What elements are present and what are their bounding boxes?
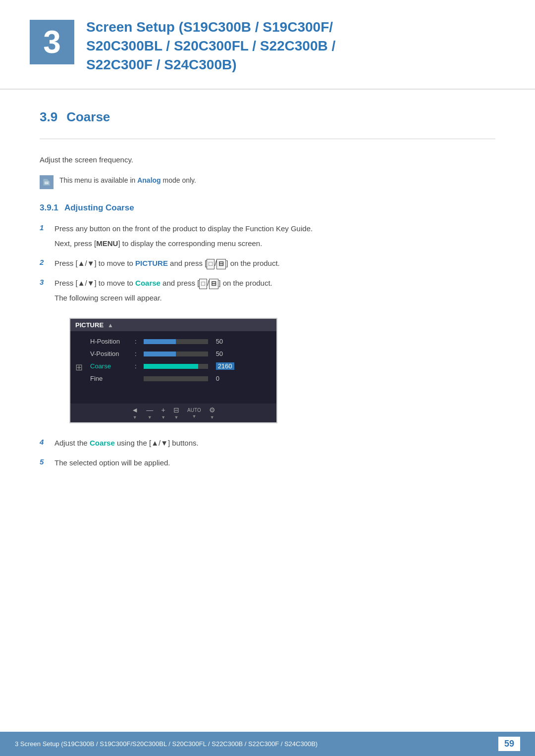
chapter-number: 3 xyxy=(30,20,74,64)
menu-row-coarse: Coarse : 2160 xyxy=(90,360,276,372)
step-content-4: Adjust the Coarse using the [▲/▼] button… xyxy=(54,437,495,449)
section-heading: 3.9 Coarse xyxy=(40,109,495,125)
screen-menu-wrapper: ⊞ H-Position : 50 V-Position : xyxy=(70,331,276,403)
step-1-subtext: Next, press [MENU] to display the corres… xyxy=(54,238,495,250)
footer-text: 3 Screen Setup (S19C300B / S19C300F/S20C… xyxy=(15,740,318,748)
screen-picture-label: PICTURE xyxy=(75,321,104,329)
footer-page-number: 59 xyxy=(498,737,520,751)
menu-bar-h-position xyxy=(144,339,208,344)
menu-row-h-position: H-Position : 50 xyxy=(90,335,276,348)
subsection-heading: 3.9.1 Adjusting Coarse xyxy=(40,203,495,213)
menu-label-v-position: V-Position xyxy=(90,350,130,357)
note-box: This menu is available in Analog mode on… xyxy=(40,175,495,189)
step-3: 3 Press [▲/▼] to move to Coarse and pres… xyxy=(40,277,495,304)
step-number-1: 1 xyxy=(40,223,54,232)
screen-mockup: PICTURE ▲ ⊞ H-Position : 50 V-Position xyxy=(69,318,277,423)
menu-fill-coarse xyxy=(144,364,199,369)
menu-value-v-position: 50 xyxy=(216,350,231,357)
menu-value-coarse: 2160 xyxy=(216,362,234,370)
menu-fill-v-position xyxy=(144,352,176,356)
subsection-title: Adjusting Coarse xyxy=(64,203,134,212)
menu-label-coarse: Coarse xyxy=(90,362,130,370)
menu-label-fine: Fine xyxy=(90,375,130,382)
page-footer: 3 Screen Setup (S19C300B / S19C300F/S20C… xyxy=(0,732,535,756)
subsection-number: 3.9.1 xyxy=(40,203,58,212)
menu-label-h-position: H-Position xyxy=(90,338,130,345)
steps-list: 1 Press any button on the front of the p… xyxy=(40,223,495,304)
note-icon xyxy=(40,175,54,189)
step-5: 5 The selected option will be applied. xyxy=(40,457,495,469)
bottom-btn-left: ◄ ▼ xyxy=(131,406,138,420)
section-title: Coarse xyxy=(66,109,110,125)
section-description: Adjust the screen frequency. xyxy=(40,154,495,166)
step-2: 2 Press [▲/▼] to move to PICTURE and pre… xyxy=(40,257,495,269)
menu-row-fine: Fine : 0 xyxy=(90,372,276,385)
analog-highlight: Analog xyxy=(137,176,160,184)
step-4: 4 Adjust the Coarse using the [▲/▼] butt… xyxy=(40,437,495,449)
section-number: 3.9 xyxy=(40,109,57,125)
step-content-1: Press any button on the front of the pro… xyxy=(54,223,495,250)
step-content-5: The selected option will be applied. xyxy=(54,457,495,469)
bottom-btn-enter: ⊟ ▼ xyxy=(173,406,179,420)
step-1: 1 Press any button on the front of the p… xyxy=(40,223,495,250)
menu-bar-v-position xyxy=(144,352,208,356)
screen-arrow-up: ▲ xyxy=(107,322,113,329)
screen-top-bar: PICTURE ▲ xyxy=(70,319,276,331)
step-number-3: 3 xyxy=(40,277,54,286)
note-text: This menu is available in Analog mode on… xyxy=(59,175,196,186)
menu-bar-coarse xyxy=(144,364,208,369)
menu-fill-h-position xyxy=(144,339,176,344)
bottom-btn-settings: ⚙ ▼ xyxy=(209,406,215,420)
menu-bar-fine xyxy=(144,376,208,381)
main-content: 3.9 Coarse Adjust the screen frequency. … xyxy=(0,90,535,526)
screen-menu-area: H-Position : 50 V-Position : 50 xyxy=(70,331,276,403)
menu-row-v-position: V-Position : 50 xyxy=(90,348,276,360)
screen-bottom-bar: ◄ ▼ — ▼ + ▼ ⊟ ▼ AUTO ▼ ⚙ ▼ xyxy=(70,403,276,422)
step-3-subtext: The following screen will appear. xyxy=(54,292,495,304)
divider xyxy=(40,139,495,139)
bottom-btn-auto: AUTO ▼ xyxy=(187,407,201,419)
bottom-btn-minus: — ▼ xyxy=(146,406,153,420)
steps-list-2: 4 Adjust the Coarse using the [▲/▼] butt… xyxy=(40,437,495,469)
step-number-4: 4 xyxy=(40,437,54,446)
menu-value-fine: 0 xyxy=(216,375,231,382)
bottom-btn-plus: + ▼ xyxy=(161,406,165,420)
step-number-2: 2 xyxy=(40,257,54,266)
menu-value-h-position: 50 xyxy=(216,338,231,345)
screen-left-icon: ⊞ xyxy=(75,362,83,373)
step-number-5: 5 xyxy=(40,457,54,466)
step-content-2: Press [▲/▼] to move to PICTURE and press… xyxy=(54,257,495,269)
page-header: 3 Screen Setup (S19C300B / S19C300F/ S20… xyxy=(0,0,535,90)
chapter-title: Screen Setup (S19C300B / S19C300F/ S20C3… xyxy=(86,18,335,74)
step-content-3: Press [▲/▼] to move to Coarse and press … xyxy=(54,277,495,304)
